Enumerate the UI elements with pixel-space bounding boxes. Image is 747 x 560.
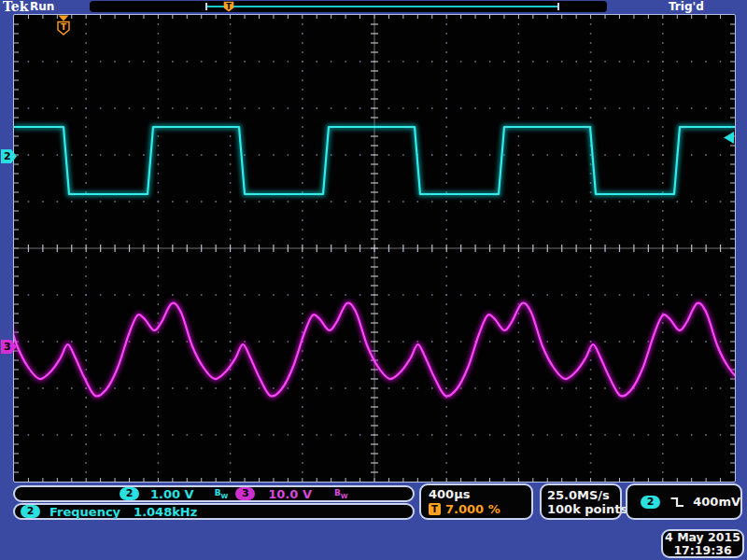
record-trigger-marker-icon: T — [223, 1, 234, 13]
ch2-scale: 1.00 V — [150, 487, 194, 501]
trigger-level-value: 400mV — [693, 495, 740, 509]
trigger-position-marker: T — [55, 15, 73, 36]
ch3-bandwidth-icon: BW — [334, 488, 348, 500]
trigger-status: Trig'd — [669, 0, 704, 13]
waveform-display — [13, 14, 736, 483]
record-window-end-bracket — [557, 3, 559, 10]
ch2-badge: 2 — [120, 487, 139, 500]
measurement-value: 1.048kHz — [134, 505, 197, 519]
record-length: 100k points — [547, 502, 627, 516]
datetime-box: 4 May 2015 17:19:36 — [661, 529, 744, 558]
record-view-bar: T — [90, 1, 607, 12]
channel-readout-bar: 2 1.00 V BW 3 10.0 V BW — [13, 485, 415, 502]
measurement-source-badge: 2 — [21, 505, 40, 518]
measurement-label: Frequency — [49, 505, 120, 519]
time-label: 17:19:36 — [673, 544, 731, 557]
oscilloscope-screen: Tek Run T Trig'd 2 3 T 2 1.00 V BW — [0, 0, 747, 560]
record-window-start-bracket — [205, 3, 207, 10]
trigger-source-badge: 2 — [641, 496, 660, 509]
measurement-bar: 2 Frequency 1.048kHz — [13, 503, 415, 520]
record-window-line — [207, 6, 557, 7]
ch3-scale: 10.0 V — [268, 487, 312, 501]
trigger-position-value: 7.000 % — [445, 502, 500, 516]
graticule-svg — [14, 15, 735, 482]
ch3-badge: 3 — [235, 487, 255, 500]
horizontal-readout-box: 400µs T 7.000 % — [419, 483, 533, 520]
tek-logo: Tek — [3, 0, 28, 14]
trigger-slope-falling-icon — [669, 496, 684, 509]
horizontal-scale: 400µs — [429, 487, 470, 501]
sample-rate: 25.0MS/s — [547, 488, 610, 502]
trigger-readout-box: 2 400mV — [626, 483, 742, 520]
date-label: 4 May 2015 — [665, 531, 740, 544]
acquisition-status: Run — [30, 0, 54, 13]
svg-text:T: T — [226, 3, 232, 11]
svg-text:T: T — [61, 22, 67, 32]
acquisition-readout-box: 25.0MS/s 100k points — [540, 483, 622, 520]
ch2-bandwidth-icon: BW — [215, 488, 229, 500]
trigger-t-icon: T — [429, 503, 441, 515]
